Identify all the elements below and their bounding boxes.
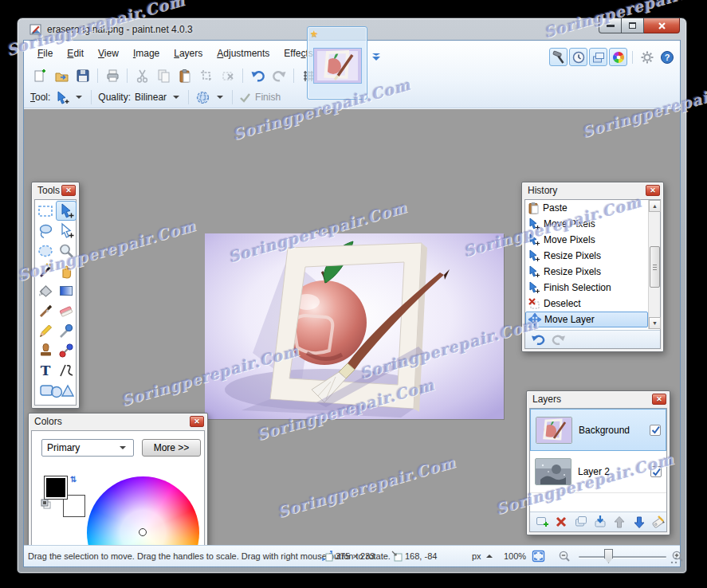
tool-shapes[interactable] (35, 380, 77, 400)
settings-button[interactable] (638, 48, 656, 66)
zoom-out-button[interactable] (558, 546, 571, 566)
move-layer-up-button[interactable] (611, 514, 627, 531)
history-item[interactable]: Paste (525, 200, 648, 216)
color-wheel-icon (611, 50, 626, 65)
tool-paintbrush[interactable] (35, 300, 56, 320)
menu-adjustments[interactable]: Adjustments (210, 45, 277, 62)
cut-button[interactable] (132, 66, 151, 85)
history-item-selected[interactable]: Move Layer (525, 312, 648, 327)
quality-dropdown-arrow[interactable] (173, 96, 179, 99)
toggle-history-button[interactable] (569, 48, 587, 66)
print-button[interactable] (103, 66, 122, 85)
tool-magic-wand[interactable] (35, 261, 56, 280)
tool-rectangle-select[interactable] (35, 201, 56, 221)
tool-eraser[interactable] (56, 300, 77, 320)
layer-row-layer2[interactable]: Layer 2 (530, 451, 666, 493)
tool-lasso-select[interactable] (35, 221, 56, 241)
minimize-button[interactable] (599, 18, 622, 33)
help-button[interactable]: ? (658, 48, 676, 66)
more-button[interactable]: More >> (142, 439, 201, 457)
zoom-to-window-button[interactable] (532, 546, 545, 566)
colors-close-button[interactable]: ✕ (190, 416, 204, 427)
tool-recolor[interactable] (56, 340, 77, 360)
copy-button[interactable] (154, 66, 173, 85)
maximize-button[interactable] (622, 18, 644, 33)
tool-pan[interactable] (56, 261, 77, 280)
quality-value[interactable]: Bilinear (135, 92, 167, 103)
save-button[interactable] (73, 66, 92, 85)
antialias-dropdown-arrow[interactable] (217, 96, 223, 99)
layer-visibility-checkbox[interactable] (650, 425, 661, 436)
tool-move-selection[interactable] (56, 221, 77, 241)
zoom-slider-thumb[interactable] (604, 549, 613, 563)
units-dropdown[interactable]: px (472, 546, 495, 566)
history-item[interactable]: Resize Pixels (525, 248, 648, 264)
color-wheel-marker[interactable] (139, 528, 147, 536)
crop-button[interactable] (197, 66, 216, 85)
tools-palette-titlebar[interactable]: Tools ✕ (32, 182, 79, 198)
tool-ellipse-select[interactable] (35, 241, 56, 261)
layer-visibility-checkbox[interactable] (650, 466, 662, 477)
menu-layers[interactable]: Layers (167, 45, 210, 62)
reset-colors-icon[interactable] (41, 499, 52, 510)
tool-line-curve[interactable] (56, 360, 77, 380)
canvas[interactable] (205, 233, 504, 419)
history-palette-titlebar[interactable]: History ✕ (522, 182, 663, 198)
layers-close-button[interactable]: ✕ (652, 394, 666, 405)
deselect-button[interactable] (218, 66, 238, 85)
tool-color-picker[interactable] (56, 320, 77, 340)
scrollbar-thumb[interactable] (650, 246, 660, 288)
tools-close-button[interactable]: ✕ (61, 185, 76, 196)
tool-pencil[interactable] (35, 320, 56, 340)
undo-button[interactable] (248, 66, 267, 85)
history-item[interactable]: Resize Pixels (525, 264, 648, 280)
image-tab[interactable]: ★ (307, 26, 367, 100)
tool-paint-bucket[interactable] (35, 280, 56, 300)
new-file-button[interactable] (30, 66, 49, 85)
workspace[interactable]: Tools ✕ (24, 109, 680, 545)
duplicate-layer-button[interactable] (573, 514, 589, 531)
color-mode-dropdown[interactable]: Primary (41, 439, 134, 457)
zoom-slider-track[interactable] (579, 556, 666, 558)
delete-layer-button[interactable] (553, 514, 569, 531)
toggle-layers-button[interactable] (589, 48, 607, 66)
history-scrollbar[interactable]: ▲ ▼ (648, 200, 660, 329)
tool-text[interactable]: T (35, 360, 56, 380)
resize-grip[interactable] (668, 555, 678, 564)
add-layer-button[interactable] (534, 514, 550, 531)
toggle-tools-button[interactable] (549, 48, 568, 66)
swap-colors-icon[interactable]: ⇅ (70, 475, 77, 484)
menu-file[interactable]: File (30, 45, 60, 62)
history-redo-icon[interactable] (551, 333, 567, 347)
redo-button[interactable] (269, 66, 289, 85)
menu-image[interactable]: Image (126, 45, 167, 62)
menu-view[interactable]: View (91, 45, 126, 62)
tool-gradient[interactable] (56, 280, 77, 300)
tool-zoom[interactable] (56, 241, 77, 261)
layer-row-background[interactable]: Background (530, 409, 666, 451)
history-undo-icon[interactable] (530, 333, 546, 347)
move-layer-down-button[interactable] (630, 514, 646, 531)
tool-move-selected-pixels[interactable] (56, 201, 77, 221)
primary-color-swatch[interactable] (44, 476, 68, 500)
tab-list-chevron-button[interactable] (370, 51, 383, 63)
paste-button[interactable] (175, 66, 194, 85)
history-item[interactable]: Move Pixels (525, 232, 648, 248)
finish-button[interactable]: Finish (255, 92, 281, 103)
scroll-down-arrow[interactable]: ▼ (649, 317, 661, 329)
layer-properties-button[interactable] (650, 514, 666, 531)
colors-palette-titlebar[interactable]: Colors ✕ (29, 414, 207, 429)
menu-edit[interactable]: Edit (60, 45, 91, 62)
close-button[interactable] (644, 18, 680, 33)
layers-palette-titlebar[interactable]: Layers ✕ (527, 391, 670, 407)
history-close-button[interactable]: ✕ (646, 185, 660, 196)
toggle-colors-button[interactable] (609, 48, 627, 66)
merge-down-button[interactable] (592, 514, 608, 531)
tool-clone-stamp[interactable] (35, 340, 56, 360)
history-item[interactable]: Finish Selection (525, 280, 648, 296)
open-button[interactable] (52, 66, 71, 85)
history-item[interactable]: Move Pixels (525, 216, 648, 232)
history-item[interactable]: Deselect (525, 296, 648, 312)
tool-dropdown-arrow[interactable] (76, 96, 82, 99)
scroll-up-arrow[interactable]: ▲ (649, 200, 661, 212)
